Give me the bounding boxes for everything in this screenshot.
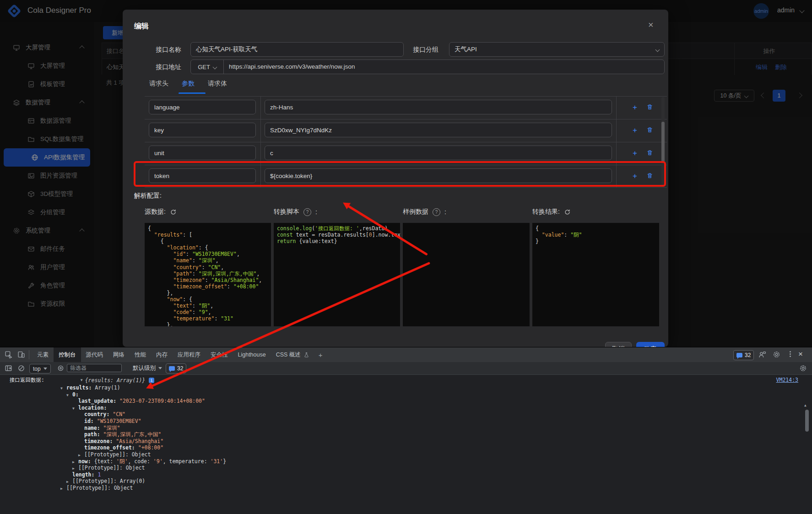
- console-tree-row-location[interactable]: ▼location:: [0, 405, 796, 411]
- console-settings-icon[interactable]: [799, 364, 807, 372]
- source-data-code[interactable]: { "results": [ { "location": { "id": "WS…: [145, 223, 271, 326]
- console-tree-row-country[interactable]: country: "CN": [0, 411, 796, 418]
- api-group-select[interactable]: 天气API: [449, 42, 665, 57]
- devtools-tab-安全性[interactable]: 安全性: [206, 347, 233, 362]
- param-key-input[interactable]: [149, 100, 256, 114]
- method-select[interactable]: GET: [191, 60, 224, 74]
- property-value: , temperature:: [163, 458, 211, 465]
- parse-column-label-2: 样例数据?:: [403, 207, 446, 216]
- console-filter-input[interactable]: [67, 364, 122, 372]
- live-expression-icon[interactable]: [57, 364, 65, 372]
- help-icon[interactable]: ?: [303, 208, 311, 216]
- settings-gear-icon[interactable]: [773, 351, 780, 358]
- log-levels-select[interactable]: 默认级别: [133, 364, 162, 372]
- add-param-icon[interactable]: +: [633, 125, 637, 135]
- console-tree-row-path[interactable]: path: "深圳,深圳,广东,中国": [0, 431, 796, 438]
- property-key: results:: [66, 384, 95, 391]
- delete-param-icon[interactable]: [646, 103, 653, 111]
- param-value-input[interactable]: [265, 123, 612, 137]
- property-value: Array(0): [120, 478, 145, 484]
- devtools-tab-Lighthouse[interactable]: Lighthouse: [233, 347, 271, 362]
- ok-button[interactable]: 确定: [636, 342, 665, 347]
- add-param-icon[interactable]: +: [633, 103, 637, 113]
- console-tree-row-[[Prototype]][interactable]: ▶[[Prototype]]: Array(0): [0, 478, 796, 485]
- more-options-icon[interactable]: [790, 351, 791, 357]
- devtools-tab-性能[interactable]: 性能: [130, 347, 151, 362]
- close-icon[interactable]: ×: [648, 20, 654, 30]
- delete-param-icon[interactable]: [646, 149, 653, 157]
- console-scrollbar[interactable]: [805, 410, 809, 432]
- console-tree-row-now[interactable]: ▶now: {text: '阴', code: '9', temperature…: [0, 458, 796, 465]
- console-tree-row-[[Prototype]][interactable]: ▶[[Prototype]]: Object: [0, 485, 796, 492]
- console-tree-row-results[interactable]: ▼results: Array(1): [0, 384, 796, 391]
- scrollbar-up-icon[interactable]: ▲: [804, 403, 807, 407]
- clear-console-icon[interactable]: [17, 364, 25, 372]
- edit-dialog: 编辑 × 接口名称 接口分组 天气API 接口地址 GET https://ap…: [123, 10, 668, 347]
- console-tree-row-[[Prototype]][interactable]: ▶[[Prototype]]: Object: [0, 465, 796, 471]
- issues-badge[interactable]: 32: [733, 350, 754, 360]
- devtools-tab-网络[interactable]: 网络: [108, 347, 130, 362]
- params-scrollbar[interactable]: [661, 97, 665, 187]
- console-tree-row-0[interactable]: ▼0:: [0, 391, 796, 398]
- context-select[interactable]: top: [29, 364, 51, 373]
- console-sidebar-icon[interactable]: [5, 364, 12, 372]
- console-tree-row-id[interactable]: id: "WS10730EM8EV": [0, 418, 796, 425]
- expand-arrow-icon[interactable]: ▼: [72, 406, 78, 412]
- delete-param-icon[interactable]: [646, 172, 653, 179]
- parse-column-text: 转换脚本: [274, 208, 299, 216]
- console-log-line[interactable]: 接口返回数据: ▼{results: Array(1)}i: [10, 377, 154, 384]
- param-key-input[interactable]: [149, 123, 256, 137]
- console-tree-row-last_update[interactable]: last_update: "2023-07-23T09:40:14+08:00": [0, 398, 796, 405]
- param-key-input[interactable]: [149, 146, 256, 160]
- refresh-icon[interactable]: [564, 209, 571, 216]
- transform-script-code[interactable]: console.log('接口返回数据: ',resData)const tex…: [274, 223, 400, 326]
- transform-result-code[interactable]: { "value": "阴"}: [532, 223, 659, 326]
- devtools-tab-元素[interactable]: 元素: [32, 347, 54, 362]
- api-url-label: 接口地址: [156, 60, 181, 74]
- devtools-tab-CSS 概述[interactable]: CSS 概述: [271, 347, 314, 362]
- add-param-icon[interactable]: +: [633, 148, 637, 158]
- tab-请求头[interactable]: 请求头: [149, 78, 168, 93]
- expand-arrow-icon[interactable]: ▼: [81, 378, 83, 382]
- devtools-tab-内存[interactable]: 内存: [151, 347, 173, 362]
- expand-arrow-icon[interactable]: ▼: [60, 385, 66, 392]
- console-tree-row-length[interactable]: length: 1: [0, 471, 796, 478]
- param-value-input[interactable]: [265, 168, 612, 183]
- help-icon[interactable]: ?: [433, 208, 440, 216]
- devtools-more-tabs-button[interactable]: +: [314, 347, 327, 362]
- feedback-icon[interactable]: [758, 351, 766, 358]
- parse-column-label-3: 转换结果:: [532, 207, 571, 216]
- device-toolbar-icon[interactable]: [17, 351, 25, 358]
- add-param-icon[interactable]: +: [633, 171, 637, 181]
- delete-param-icon[interactable]: [646, 126, 653, 134]
- dropdown-icon: [43, 368, 47, 370]
- inspect-element-icon[interactable]: [5, 351, 12, 358]
- console-tree-row-timezone[interactable]: timezone: "Asia/Shanghai": [0, 438, 796, 445]
- console-issues-badge[interactable]: 32: [166, 363, 186, 373]
- expand-arrow-icon[interactable]: ▶: [60, 486, 66, 492]
- api-url-value[interactable]: https://api.seniverse.com/v3/weather/now…: [229, 60, 355, 74]
- code-line: },: [148, 322, 268, 326]
- param-value-input[interactable]: [265, 146, 612, 160]
- api-name-input[interactable]: [190, 42, 404, 57]
- param-value-input[interactable]: [265, 100, 612, 114]
- devtools-close-icon[interactable]: ×: [798, 350, 803, 359]
- object-tree: ▼results: Array(1)▼0: last_update: "2023…: [0, 384, 796, 492]
- app-root: Cola Designer Pro admin admin 大屏管理大屏管理模板…: [0, 0, 812, 514]
- refresh-icon[interactable]: [170, 209, 177, 216]
- tab-参数[interactable]: 参数: [182, 78, 195, 93]
- console-tree-row-timezone_offset[interactable]: timezone_offset: "+08:00": [0, 444, 796, 451]
- devtools-tab-应用程序[interactable]: 应用程序: [173, 347, 206, 362]
- expand-arrow-icon[interactable]: ▼: [66, 392, 72, 399]
- tab-请求体[interactable]: 请求体: [208, 78, 227, 93]
- code-line: "text": "阴",: [148, 303, 268, 309]
- devtools-tab-源代码[interactable]: 源代码: [81, 347, 108, 362]
- param-key-input[interactable]: [149, 168, 256, 183]
- sample-data-code[interactable]: [403, 223, 530, 326]
- cancel-button[interactable]: 取消: [605, 342, 632, 347]
- code-line: "temperature": "31": [148, 315, 268, 322]
- console-tree-row-[[Prototype]][interactable]: ▶[[Prototype]]: Object: [0, 451, 796, 458]
- source-location-link[interactable]: VM214:3: [776, 377, 798, 383]
- devtools-tab-控制台[interactable]: 控制台: [54, 347, 81, 362]
- console-tree-row-name[interactable]: name: "深圳": [0, 425, 796, 432]
